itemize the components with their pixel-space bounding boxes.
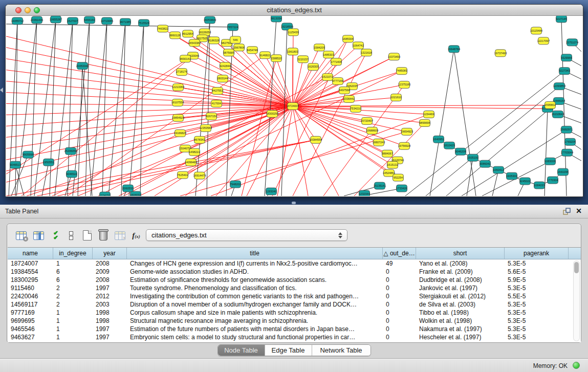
network-node[interactable]: 17703044 [561,149,573,156]
delete-table-button[interactable] [97,228,110,243]
network-node[interactable]: 7625402 [177,171,188,179]
network-node[interactable]: 15751074 [566,39,578,46]
network-node[interactable]: 1283040 [266,188,276,195]
table-cell[interactable]: 1997 [93,284,127,292]
table-cell[interactable]: 9465546 [8,325,53,333]
function-builder-button[interactable]: f(x) [129,228,143,243]
table-row[interactable]: 911546021997Tourette syndrome. Phenomeno… [8,284,581,292]
network-node[interactable]: 2336441 [343,96,354,103]
network-node[interactable]: 1527007 [67,17,78,25]
table-cell[interactable]: 0 [383,284,416,292]
table-row[interactable]: 977716911998Corpus callosum shape and si… [8,309,581,317]
network-node[interactable]: 417004 [211,100,222,107]
network-node[interactable]: 10688609 [366,127,378,134]
network-node[interactable]: 19737493 [494,50,507,57]
network-node[interactable]: 546 [230,36,241,43]
table-cell[interactable]: Dudbridge et al. (2008) [416,276,505,284]
table-cell[interactable]: 1 [53,309,93,317]
network-node[interactable]: 15692971 [560,126,573,133]
network-node[interactable]: 7485083 [396,68,407,75]
network-node[interactable]: 16053809 [204,16,216,24]
network-node[interactable]: 1498222 [189,148,200,156]
network-node[interactable]: 8678342 [194,136,205,143]
network-node[interactable]: 7463822 [157,25,168,32]
network-node[interactable]: 9046522 [66,170,77,178]
splitter-grip[interactable] [292,202,296,204]
network-node[interactable]: 7534210 [350,105,361,113]
table-cell[interactable]: 49 [383,259,416,268]
network-node[interactable]: 1615132 [387,161,398,168]
table-cell[interactable]: 5.3E-5 [505,325,569,333]
column-visibility-button[interactable] [32,228,45,243]
network-node[interactable]: 1733426 [396,185,407,192]
network-node[interactable]: 6497568 [339,87,350,94]
network-node[interactable]: 16648784 [448,46,460,53]
network-node[interactable]: 20053340 [76,62,89,70]
network-node[interactable]: 9690141 [180,55,190,62]
table-cell[interactable]: 9115460 [8,284,53,292]
network-node[interactable]: 1232344 [359,190,369,196]
table-cell[interactable]: 6 [53,276,93,284]
network-node[interactable]: 7857224 [227,24,238,31]
table-cell[interactable]: 2012 [93,292,127,300]
network-node[interactable]: 1604032 [130,191,141,196]
table-cell[interactable]: 0 [383,317,416,325]
table-row[interactable]: 946362711997Embryonic stem cells: a mode… [8,333,581,341]
network-edge[interactable] [78,66,82,196]
network-edge[interactable] [85,20,90,196]
network-node[interactable]: 12093853 [553,83,565,90]
vertical-scrollbar[interactable] [573,260,580,341]
table-cell[interactable]: Changes of HCN gene expression and I(f) … [127,259,383,268]
table-cell[interactable]: Embryonic stem cells: a model to study s… [127,333,383,341]
table-cell[interactable]: 0 [383,292,416,300]
network-node[interactable]: 1950551 [43,159,54,166]
network-edge[interactable] [185,59,293,106]
network-node[interactable]: 1588520 [271,55,281,62]
table-cell[interactable]: Yano et al. (2008) [416,259,505,268]
table-cell[interactable]: 5.3E-5 [505,317,569,325]
network-edge[interactable] [140,23,144,196]
network-node[interactable]: 10713085 [101,17,113,25]
column-header[interactable]: name [8,248,53,259]
table-cell[interactable]: Estimation of the future numbers of pati… [127,325,383,333]
column-header[interactable]: in_degree [53,248,93,259]
network-node[interactable]: 10373493 [388,53,400,60]
network-node[interactable]: 9227145 [556,16,567,23]
network-edge[interactable] [6,81,293,106]
network-node[interactable]: 1064742 [353,42,363,49]
network-node[interactable]: 2060532 [122,185,133,192]
network-edge[interactable] [323,85,404,196]
network-node[interactable]: 12213369 [172,84,184,91]
table-cell[interactable]: 0 [383,268,416,276]
table-row[interactable]: 2242004622012Investigating the contribut… [8,292,581,300]
tab-edge-table[interactable]: Edge Table [265,345,312,356]
table-cell[interactable]: 18300295 [8,276,53,284]
table-row[interactable]: 969969511998Structural magnetic resonanc… [8,317,581,325]
network-node[interactable]: 9086041 [480,160,490,167]
network-node[interactable]: 1154469 [424,111,434,118]
network-window-titlebar[interactable]: citations_edges.txt [6,5,583,16]
network-node[interactable]: 9671385 [120,18,130,26]
table-cell[interactable]: 1998 [93,317,127,325]
network-node[interactable]: 1125439 [288,29,299,36]
network-node[interactable]: 8813054 [271,16,281,22]
network-node[interactable]: 8454749 [247,47,257,54]
table-cell[interactable]: 2003 [93,300,127,309]
table-cell[interactable]: Wolkin et al. (1998) [416,317,505,325]
network-node[interactable]: 1521072 [322,74,333,81]
network-node[interactable]: 19756928 [398,142,410,149]
network-node[interactable]: 9046208 [455,148,466,155]
table-cell[interactable]: 9777169 [8,309,53,317]
table-cell[interactable]: Investigating the contribution of common… [127,292,383,300]
network-node[interactable]: 952254 [393,174,404,181]
network-node[interactable]: 8860128 [169,32,180,39]
network-edge[interactable] [119,57,394,196]
network-node[interactable]: 1024150 [99,192,110,196]
network-node[interactable]: 1769204 [564,138,575,145]
tab-node-table[interactable]: Node Table [218,345,265,356]
table-cell[interactable]: Stergiakouli et al. (2012) [416,292,505,300]
table-cell[interactable]: 5.3E-5 [505,300,569,309]
table-cell[interactable]: 18724007 [8,259,53,268]
table-cell[interactable]: 2 [53,292,93,300]
table-row[interactable]: 1872400712008Changes of HCN gene express… [8,259,581,268]
